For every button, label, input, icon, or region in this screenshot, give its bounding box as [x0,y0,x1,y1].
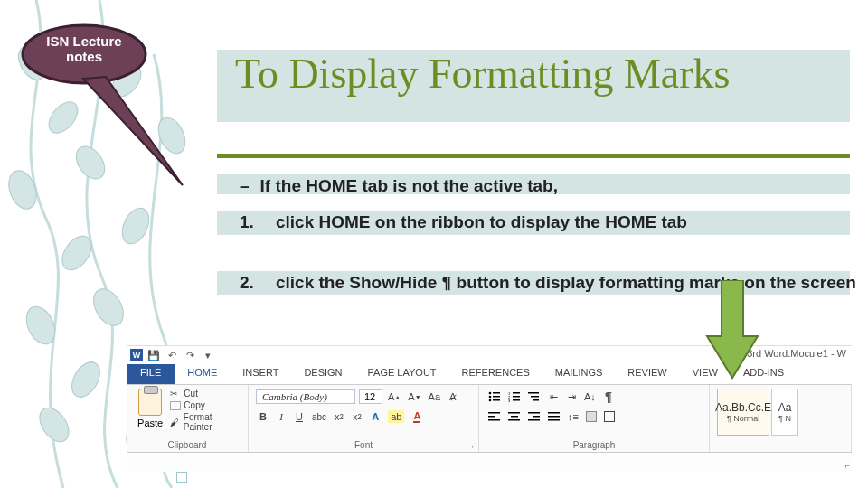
svg-rect-18 [493,396,500,398]
svg-rect-38 [528,419,540,421]
tab-design[interactable]: DESIGN [291,364,354,384]
highlight-icon: ab [388,410,404,423]
callout-line1: ISN Lecture [46,33,121,49]
group-paragraph: 123 ⇤ ⇥ A↓ ¶ ↕≡ [479,385,710,452]
grow-font-button[interactable]: A▲ [386,389,402,405]
dash-bullet: – [240,176,250,196]
tab-file[interactable]: FILE [127,364,175,384]
isn-callout: ISN Lecture notes [20,23,148,86]
tab-references[interactable]: REFERENCES [449,364,542,384]
style-next[interactable]: Aa ¶ N [771,389,798,436]
italic-button[interactable]: I [274,408,288,425]
decrease-indent-button[interactable]: ⇤ [546,389,561,405]
intro-bullet: –If the HOME tab is not the active tab, [240,176,558,196]
underline-button[interactable]: U [292,408,307,425]
qat-save-icon[interactable]: 💾 [146,348,161,362]
copy-icon [170,401,181,410]
bold-button[interactable]: B [256,408,270,425]
ribbon-groups: Paste ✂Cut Copy 🖌Format Painter Clipboar… [127,384,852,453]
show-hide-button[interactable]: ¶ [601,389,616,405]
paste-button[interactable]: Paste [134,389,166,432]
tab-home[interactable]: HOME [175,364,230,384]
subscript-button[interactable]: x2 [332,408,346,425]
tab-review[interactable]: REVIEW [615,364,679,384]
align-left-button[interactable] [486,408,503,425]
svg-point-13 [33,402,74,446]
sort-button[interactable]: A↓ [582,389,598,405]
clipboard-dialog-launcher-icon[interactable]: ⌐ [845,461,850,470]
svg-point-8 [117,203,154,248]
tab-mailings[interactable]: MAILINGS [542,364,616,384]
qat-customize-icon[interactable]: ▾ [201,348,215,362]
step2-number: 2. [240,273,276,293]
bullets-button[interactable] [486,389,503,405]
svg-rect-27 [528,392,539,394]
font-dialog-launcher-icon[interactable]: ⌐ [472,441,476,450]
svg-rect-41 [548,419,560,421]
tab-insert[interactable]: INSERT [230,364,291,384]
style-label-1: ¶ Normal [727,414,760,423]
justify-button[interactable] [546,408,562,425]
superscript-button[interactable]: x2 [350,408,364,425]
svg-point-7 [71,141,110,184]
slide-index-marker [176,472,187,483]
qat-redo-icon[interactable]: ↷ [183,348,197,362]
shrink-font-button[interactable]: A▼ [406,389,422,405]
borders-button[interactable] [602,408,617,425]
step2-text: click the Show/Hide ¶ button to display … [276,273,856,292]
increase-indent-button[interactable]: ⇥ [564,389,579,405]
slide: ISN Lecture notes To Display Formatting … [0,0,868,488]
paragraph-dialog-launcher-icon[interactable]: ⌐ [703,441,707,450]
word-app-icon: W [130,349,143,361]
style-label-2: ¶ N [778,414,791,423]
svg-point-19 [489,399,492,402]
clipboard-icon [138,389,162,416]
font-name-dropdown[interactable]: Cambria (Body) [256,389,355,404]
intro-text: If the HOME tab is not the active tab, [260,176,558,195]
qat-undo-icon[interactable]: ↶ [165,348,179,362]
svg-rect-32 [488,419,500,421]
step-2: 2.click the Show/Hide ¶ button to displa… [240,273,856,293]
clear-formatting-button[interactable]: A̷ [446,389,460,405]
svg-rect-33 [508,412,520,414]
highlight-button[interactable]: ab [386,408,406,425]
scissors-icon: ✂ [170,389,181,399]
svg-rect-31 [488,416,495,418]
align-right-button[interactable] [526,408,542,425]
svg-point-5 [66,357,106,401]
clipboard-group-label: Clipboard [134,440,241,450]
copy-button[interactable]: Copy [170,400,241,410]
svg-text:3: 3 [508,399,511,402]
svg-rect-30 [488,412,500,414]
line-spacing-button[interactable]: ↕≡ [566,408,580,425]
strikethrough-button[interactable]: abc [310,408,328,425]
isn-callout-text: ISN Lecture notes [36,33,132,65]
brush-icon: 🖌 [170,418,180,427]
doc-title-fragment: 3rd Word.Mocule1 - W [747,348,846,359]
tab-page-layout[interactable]: PAGE LAYOUT [355,364,449,384]
cut-button[interactable]: ✂Cut [170,389,241,399]
group-clipboard: Paste ✂Cut Copy 🖌Format Painter Clipboar… [127,385,249,452]
align-center-button[interactable] [506,408,523,425]
multilevel-list-button[interactable] [526,389,542,405]
format-painter-button[interactable]: 🖌Format Painter [170,412,241,432]
paragraph-group-label: Paragraph [486,440,702,450]
font-color-icon: A [413,410,420,423]
svg-rect-16 [493,392,500,394]
svg-rect-35 [508,419,520,421]
style-preview-1: Aa.Bb.Cc.E [715,401,771,414]
font-size-dropdown[interactable]: 12 [359,389,382,404]
title-underline [217,154,850,158]
change-case-button[interactable]: Aa [427,389,442,405]
numbering-button[interactable]: 123 [506,389,523,405]
text-effects-button[interactable]: A [368,408,382,425]
style-normal[interactable]: Aa.Bb.Cc.E ¶ Normal [717,389,769,436]
svg-rect-28 [531,396,539,398]
shading-button[interactable] [584,408,599,425]
down-arrow-icon [705,280,760,380]
font-color-button[interactable]: A [410,408,424,425]
style-preview-2: Aa [778,401,792,414]
paste-label: Paste [137,418,163,428]
cut-label: Cut [184,389,198,399]
group-styles: Aa.Bb.Cc.E ¶ Normal Aa ¶ N [710,385,852,452]
